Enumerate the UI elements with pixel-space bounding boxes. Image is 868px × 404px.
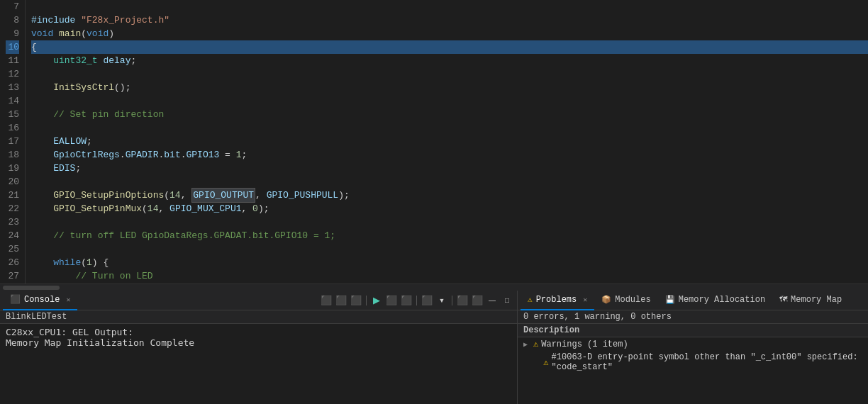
code-line-17: EALLOW; — [31, 135, 868, 148]
code-line-23 — [31, 215, 868, 229]
console-panel: ⬛ Console ✕ ⬛ ⬛ ⬛ ▶ ⬛ ⬛ ⬛ ▼ ⬛ ⬛ — □ — [0, 291, 518, 404]
warnings-group-label: Warnings (1 item) — [541, 340, 628, 349]
problems-close-button[interactable]: ✕ — [583, 296, 587, 304]
tab-problems[interactable]: ⚠ Problems ✕ — [521, 291, 594, 310]
warnings-group[interactable]: ▶ ⚠ Warnings (1 item) — [518, 337, 868, 351]
console-toolbar-find[interactable]: ⬛ — [349, 294, 363, 307]
console-toolbar-stop[interactable]: ⬛ — [384, 294, 399, 307]
console-toolbar-extra2[interactable]: ⬛ — [470, 294, 484, 307]
code-line-11: uint32_t delay; — [31, 54, 868, 67]
warning-group-icon: ⚠ — [533, 339, 538, 349]
problems-panel: ⚠ Problems ✕ 📦 Modules 💾 Memory Allocati… — [518, 291, 868, 404]
code-line-25 — [31, 242, 868, 256]
code-line-9: void main(void) — [31, 27, 868, 40]
code-line-10: ➤ { — [31, 40, 868, 54]
code-container: 7 8 9 10 11 12 13 14 15 16 17 18 19 20 2… — [0, 0, 868, 284]
code-line-22: GPIO_SetupPinMux(14, GPIO_MUX_CPU1, 0); — [31, 202, 868, 215]
toolbar-separator-3 — [452, 296, 452, 305]
editor-horizontal-scrollbar[interactable] — [0, 284, 868, 291]
tab-modules[interactable]: 📦 Modules — [594, 291, 657, 310]
console-close-button[interactable]: ✕ — [66, 296, 70, 304]
modules-tab-icon: 📦 — [601, 295, 611, 304]
toolbar-separator-1 — [366, 296, 367, 305]
console-toolbar-clear[interactable]: ⬛ — [420, 294, 434, 307]
console-toolbar-maximize[interactable]: □ — [500, 294, 514, 307]
warning-item-1[interactable]: ⚠ #10063-D entry-point symbol other than… — [518, 351, 868, 374]
warning-item-icon: ⚠ — [543, 357, 548, 368]
tab-memory-allocation[interactable]: 💾 Memory Allocation — [658, 291, 772, 310]
memory-allocation-tab-label: Memory Allocation — [679, 295, 765, 305]
memory-allocation-tab-icon: 💾 — [665, 295, 675, 304]
tree-expand-arrow: ▶ — [523, 340, 530, 349]
console-output-line-2: Memory Map Initialization Complete — [6, 337, 511, 348]
problems-column-header: Description — [518, 324, 868, 337]
code-line-26: while(1) { — [31, 256, 868, 269]
console-name: BlinkLEDTest — [6, 312, 67, 322]
code-line-13: InitSysCtrl(); — [31, 81, 868, 94]
code-line-14 — [31, 94, 868, 108]
code-line-24: // turn off LED GpioDataRegs.GPADAT.bit.… — [31, 229, 868, 242]
console-toolbar-arrow[interactable]: ⬛ — [399, 294, 413, 307]
console-toolbar-extra1[interactable]: ⬛ — [455, 294, 469, 307]
bottom-panels: ⬛ Console ✕ ⬛ ⬛ ⬛ ▶ ⬛ ⬛ ⬛ ▼ ⬛ ⬛ — □ — [0, 291, 868, 404]
console-tab-bar: ⬛ Console ✕ ⬛ ⬛ ⬛ ▶ ⬛ ⬛ ⬛ ▼ ⬛ ⬛ — □ — [0, 291, 517, 310]
console-toolbar-dropdown[interactable]: ▼ — [435, 294, 449, 307]
memory-map-tab-icon: 🗺 — [779, 295, 787, 304]
console-toolbar: ⬛ ⬛ ⬛ ▶ ⬛ ⬛ ⬛ ▼ ⬛ ⬛ — □ — [319, 294, 514, 307]
console-output-line-1: C28xx_CPU1: GEL Output: — [6, 327, 511, 337]
code-line-18: GpioCtrlRegs.GPADIR.bit.GPIO13 = 1; — [31, 148, 868, 162]
code-line-21: GPIO_SetupPinOptions(14, GPIO_OUTPUT, GP… — [31, 189, 868, 202]
problems-status-text: 0 errors, 1 warning, 0 others — [523, 312, 672, 322]
scrollbar-thumb[interactable] — [3, 286, 60, 290]
code-line-19: EDIS; — [31, 162, 868, 175]
line-numbers: 7 8 9 10 11 12 13 14 15 16 17 18 19 20 2… — [0, 0, 26, 284]
tab-memory-map[interactable]: 🗺 Memory Map — [772, 291, 849, 310]
tree-leaf-arrow — [535, 359, 540, 366]
console-toolbar-run[interactable]: ▶ — [369, 294, 384, 307]
problems-tab-icon: ⚠ — [528, 295, 533, 304]
problems-content: ▶ ⚠ Warnings (1 item) ⚠ #10063-D entry-p… — [518, 337, 868, 404]
memory-map-tab-label: Memory Map — [791, 295, 842, 305]
problems-tab-label: Problems — [536, 295, 577, 305]
console-tab-label: Console — [24, 295, 60, 305]
code-line-8: #include "F28x_Project.h" — [31, 13, 868, 27]
description-column-label: Description — [523, 325, 579, 335]
code-line-15: // Set pin direction — [31, 108, 868, 121]
code-line-20 — [31, 175, 868, 189]
console-name-bar: BlinkLEDTest — [0, 310, 517, 324]
problems-status-bar: 0 errors, 1 warning, 0 others — [518, 310, 868, 324]
console-output: C28xx_CPU1: GEL Output: Memory Map Initi… — [0, 324, 517, 404]
problems-tab-bar: ⚠ Problems ✕ 📦 Modules 💾 Memory Allocati… — [518, 291, 868, 310]
code-line-28: GpioDataRegs.GPADAT.bit.GPIO13 = 0; — [31, 283, 868, 284]
code-line-12 — [31, 67, 868, 81]
console-toolbar-select[interactable]: ⬛ — [334, 294, 348, 307]
code-line-16 — [31, 121, 868, 135]
console-toolbar-minimize[interactable]: — — [485, 294, 499, 307]
console-toolbar-copy[interactable]: ⬛ — [319, 294, 333, 307]
warning-item-label: #10063-D entry-point symbol other than "… — [552, 352, 862, 372]
console-icon: ⬛ — [10, 294, 21, 305]
code-line-27: // Turn on LED — [31, 269, 868, 283]
code-editor[interactable]: #include "F28x_Project.h" void main(void… — [26, 0, 868, 284]
code-line-7 — [31, 0, 868, 13]
modules-tab-label: Modules — [615, 295, 650, 305]
editor-area: 7 8 9 10 11 12 13 14 15 16 17 18 19 20 2… — [0, 0, 868, 291]
tab-console[interactable]: ⬛ Console ✕ — [3, 291, 77, 310]
toolbar-separator-2 — [416, 296, 417, 305]
